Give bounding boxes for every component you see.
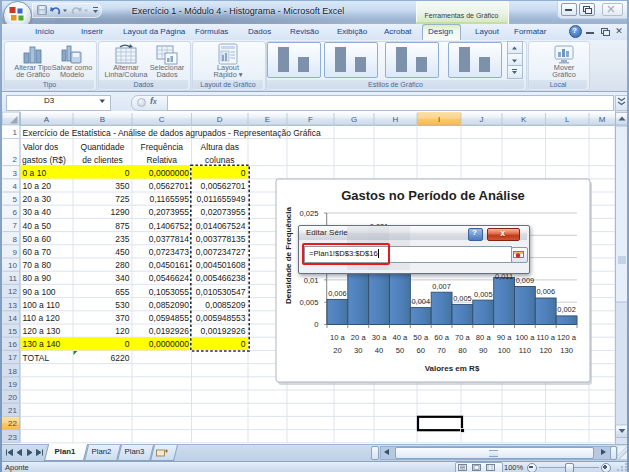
svg-text:22: 22 xyxy=(8,419,17,428)
svg-text:30 a 40: 30 a 40 xyxy=(23,207,52,217)
svg-text:6220: 6220 xyxy=(111,353,130,363)
svg-text:4: 4 xyxy=(13,182,18,191)
svg-text:70: 70 xyxy=(437,346,445,355)
svg-text:0,0594855: 0,0594855 xyxy=(149,313,189,323)
svg-text:0,0000000: 0,0000000 xyxy=(149,339,189,349)
svg-text:0,0723473: 0,0723473 xyxy=(149,247,189,257)
svg-text:K: K xyxy=(521,115,527,124)
svg-text:0,007: 0,007 xyxy=(432,282,451,291)
svg-text:60 a 70: 60 a 70 xyxy=(23,247,52,257)
svg-text:120 a: 120 a xyxy=(557,333,577,342)
svg-text:0,0852090: 0,0852090 xyxy=(149,300,189,310)
svg-text:340: 340 xyxy=(115,273,129,283)
svg-text:0,003778135: 0,003778135 xyxy=(196,234,246,244)
svg-text:H: H xyxy=(393,115,399,124)
svg-text:colunas: colunas xyxy=(205,155,234,165)
svg-text:2: 2 xyxy=(13,155,18,164)
svg-text:TOTAL: TOTAL xyxy=(23,353,50,363)
svg-text:110 a: 110 a xyxy=(537,333,556,342)
svg-text:Valor dos: Valor dos xyxy=(23,142,58,152)
svg-text:0,006: 0,006 xyxy=(328,289,347,298)
svg-text:80 a 90: 80 a 90 xyxy=(23,273,52,283)
svg-text:Densidade de Frequência: Densidade de Frequência xyxy=(284,206,293,303)
svg-text:Exercício de Estatística - Aná: Exercício de Estatística - Análise de da… xyxy=(23,128,321,138)
svg-text:B: B xyxy=(100,115,105,124)
svg-text:Altura das: Altura das xyxy=(201,142,239,152)
svg-text:30: 30 xyxy=(354,346,362,355)
svg-text:0,005466238: 0,005466238 xyxy=(196,273,246,283)
svg-text:0,0377814: 0,0377814 xyxy=(149,234,189,244)
svg-text:18: 18 xyxy=(8,367,17,376)
svg-text:0,004501608: 0,004501608 xyxy=(196,260,246,270)
svg-text:100 a 110: 100 a 110 xyxy=(23,300,60,310)
svg-text:80 a: 80 a xyxy=(476,333,492,342)
svg-text:30 a: 30 a xyxy=(372,333,388,342)
svg-text:0,0192926: 0,0192926 xyxy=(149,326,189,336)
svg-text:0: 0 xyxy=(125,339,130,349)
svg-text:0: 0 xyxy=(125,168,130,178)
svg-text:C: C xyxy=(159,115,165,124)
svg-text:0,0562701: 0,0562701 xyxy=(149,181,189,191)
svg-text:60: 60 xyxy=(417,346,425,355)
svg-text:40 a: 40 a xyxy=(393,333,409,342)
svg-text:0: 0 xyxy=(241,339,246,349)
svg-text:0,01: 0,01 xyxy=(304,276,319,285)
svg-text:21: 21 xyxy=(8,406,17,415)
svg-text:0,005: 0,005 xyxy=(453,294,472,303)
svg-text:40 a 50: 40 a 50 xyxy=(23,221,52,231)
svg-text:370: 370 xyxy=(115,313,129,323)
svg-text:90 a 100: 90 a 100 xyxy=(23,287,56,297)
svg-text:17: 17 xyxy=(8,353,17,362)
svg-text:0,0000000: 0,0000000 xyxy=(149,168,189,178)
svg-text:0,010530547: 0,010530547 xyxy=(196,287,246,297)
svg-text:M: M xyxy=(599,115,606,124)
svg-text:0,0450161: 0,0450161 xyxy=(149,260,189,270)
svg-text:0,0085209: 0,0085209 xyxy=(205,300,245,310)
svg-text:A: A xyxy=(44,115,50,124)
svg-text:120: 120 xyxy=(115,326,129,336)
svg-text:20: 20 xyxy=(333,346,341,355)
svg-text:0,005: 0,005 xyxy=(474,290,493,299)
svg-text:0,006: 0,006 xyxy=(537,287,556,296)
svg-text:0,2073955: 0,2073955 xyxy=(149,207,189,217)
svg-text:E: E xyxy=(265,115,270,124)
svg-text:0,025: 0,025 xyxy=(299,209,318,218)
svg-text:875: 875 xyxy=(115,221,129,231)
svg-text:235: 235 xyxy=(115,234,129,244)
svg-text:100 a: 100 a xyxy=(515,333,535,342)
svg-text:0 a 10: 0 a 10 xyxy=(23,168,47,178)
svg-text:10: 10 xyxy=(8,261,17,270)
svg-text:60 a: 60 a xyxy=(434,333,450,342)
svg-text:19: 19 xyxy=(8,380,17,389)
svg-text:1: 1 xyxy=(13,128,18,137)
svg-text:70 a: 70 a xyxy=(455,333,471,342)
svg-text:3: 3 xyxy=(13,169,18,178)
svg-text:90 a: 90 a xyxy=(497,333,513,342)
svg-text:0,00562701: 0,00562701 xyxy=(201,181,246,191)
svg-text:120: 120 xyxy=(539,346,552,355)
svg-text:40: 40 xyxy=(375,346,383,355)
svg-text:13: 13 xyxy=(8,301,17,310)
svg-text:0,004: 0,004 xyxy=(412,297,431,306)
svg-text:14: 14 xyxy=(8,314,17,323)
svg-text:0,007234727: 0,007234727 xyxy=(196,247,246,257)
svg-text:15: 15 xyxy=(8,327,17,336)
svg-text:F: F xyxy=(308,115,313,124)
svg-text:0,005948553: 0,005948553 xyxy=(196,313,246,323)
svg-text:6: 6 xyxy=(13,208,18,217)
svg-text:10 a 20: 10 a 20 xyxy=(23,181,52,191)
svg-text:350: 350 xyxy=(115,181,129,191)
svg-text:8: 8 xyxy=(13,235,18,244)
svg-text:0,009: 0,009 xyxy=(516,276,535,285)
svg-text:0,02073955: 0,02073955 xyxy=(201,207,246,217)
svg-text:80: 80 xyxy=(458,346,466,355)
svg-text:70 a 80: 70 a 80 xyxy=(23,260,52,270)
svg-text:11: 11 xyxy=(9,274,18,283)
svg-text:20 a: 20 a xyxy=(351,333,367,342)
svg-text:0: 0 xyxy=(314,320,318,329)
svg-text:J: J xyxy=(480,115,484,124)
svg-text:de clientes: de clientes xyxy=(82,155,123,165)
svg-text:450: 450 xyxy=(115,247,129,257)
svg-text:725: 725 xyxy=(115,194,129,204)
svg-text:0,002: 0,002 xyxy=(557,305,576,314)
